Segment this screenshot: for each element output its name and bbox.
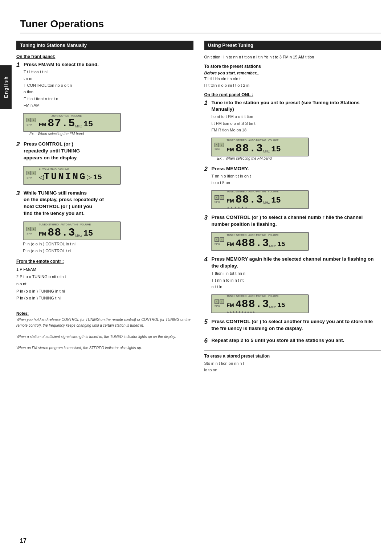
rlabel-volume4: VOLUME [268, 295, 279, 297]
erase-section: To erase a stored preset station Sto in … [204, 350, 381, 373]
display-tuning-text: TUNING [44, 171, 87, 182]
display-panel-step2: A L SPK AUTO MUTING VOLUME [23, 166, 193, 185]
rlabel-volume3: VOLUME [268, 234, 279, 236]
caption-step1: Ex. : When selecting the FM band [29, 132, 193, 136]
rpbox2: L [220, 143, 224, 147]
step3-number: 3 [16, 190, 22, 197]
step1-detail5: E ti o t ttont n tnt t n [24, 96, 193, 102]
step2-title: Press CONTROL (or ) [24, 141, 193, 148]
rdisplay-mhz3: MHz [269, 244, 276, 248]
rstep1-detail2: t t FM tion o o nt S S tin t [212, 121, 381, 127]
display-band-fm3: FM [39, 231, 46, 237]
preset-intro: On t ttion i i n to nn n t ttion n i t n… [204, 54, 381, 60]
pbox2: L [32, 118, 36, 122]
step-2: 2 Press CONTROL (or ) repeatedly until T… [16, 141, 193, 185]
rstep6-title: Repeat step 2 to 5 until you store all t… [212, 337, 381, 344]
notes-title: Notes: [16, 311, 193, 315]
right-column: Using Preset Tuning On t ttion i i n to … [204, 41, 381, 373]
rstep4-number: 4 [204, 256, 210, 263]
rpbox1: A [215, 143, 219, 147]
step3-detail2: P in (o o in ) CONTROL t ni [23, 248, 193, 254]
display-vol1: 15 [83, 120, 93, 129]
step2-title2: repeatedly until TUNING [24, 148, 193, 155]
step3-title2: on the display, press repeatedly of [24, 196, 193, 203]
rdisplay-mhz4: MHz [269, 305, 276, 309]
rstep5-number: 5 [204, 318, 210, 326]
rpbox7: A [215, 299, 219, 304]
rdisplay-vol4: 15 [277, 302, 285, 309]
from-remote-label: From the emote contr : [16, 259, 193, 264]
rstep4-detail1: T ttion i in tot t nn n [212, 270, 381, 277]
rdisplay-band3: FM [227, 241, 234, 247]
freq-arrows4: ▲▲▲▲▲▲▲▲▲▲ [227, 310, 285, 313]
right-step-1: 1 Tune into the station you ant to prese… [204, 99, 381, 160]
rdisplay-mhz1: MHz [263, 150, 270, 153]
remote-step1: 1 P FM/AM [16, 266, 193, 273]
remote-step5: P in (o o in ) TUNING t ni [16, 295, 193, 302]
pbox5: A [26, 227, 31, 231]
note1: When you hold and release CONTROL (or TU… [16, 317, 193, 328]
rlabel-tuned1: TUNED STEREO [227, 139, 247, 142]
erase1: Sto in n t tion on nn n t [204, 360, 381, 367]
page: English Tuner Operations Tuning into Sta… [0, 0, 392, 555]
rlabel-auto1: AUTO MUTING [248, 139, 266, 142]
rpbox4: L [220, 195, 224, 200]
rstep5-title: Press CONTROL (or ) to select another fr… [212, 318, 381, 332]
display-panel-rstep4: A L SPK TUNED STEREO AUTO MUTING VOLUME [211, 294, 381, 313]
rstep1-title: Tune into the station you ant to preset … [212, 99, 381, 113]
step1-detail3: T CONTROL tton no o o t n [24, 82, 193, 89]
pbox4: L [32, 171, 36, 175]
step3-title1: While TUNING still remains [24, 190, 193, 197]
rstep1-number: 1 [204, 99, 210, 107]
page-number: 17 [20, 538, 26, 544]
rlabel-tuned3: TUNED STEREO [227, 234, 247, 236]
display-vol3: 15 [83, 229, 93, 238]
right-section-header: Using Preset Tuning [204, 41, 381, 50]
remember-label: Before you start, remember... [204, 71, 381, 75]
display-mhz1: MHz [75, 125, 82, 128]
display-panel-step1: A L SPK AUTO MUTING VOLUME [23, 113, 193, 136]
right-step-4: 4 Press MEMORY again hile the selected c… [204, 256, 381, 313]
rdisplay-ch4: 4 [236, 299, 242, 310]
remember2: I l t ttlin n o o ini t t o t 2 in [204, 82, 381, 89]
rlabel-tuned4: TUNED STEREO [227, 295, 247, 297]
remote-step3: n o nt [16, 281, 193, 288]
display-band-fm1: FM [39, 122, 46, 127]
rdisplay-band2: FM [227, 198, 234, 204]
step1-detail6: FM n AM [24, 102, 193, 109]
rdisplay-freq1: 88.3 [236, 142, 263, 155]
rstep3-number: 3 [204, 214, 210, 221]
step1-title: Press FM/AM to select the band. [24, 61, 193, 68]
rdisplay-vol3: 15 [277, 241, 285, 248]
step3-title3: hold CONTROL (or ) until you [24, 203, 193, 210]
remote-step2: 2 P t o o TUNING o nti o in t [16, 273, 193, 281]
label-tuned3: TUNED STEREO [39, 223, 59, 226]
tuning-right-arrow: ▷ [87, 173, 92, 181]
rdisplay-freq4: 88.3 [242, 298, 269, 310]
rstep1-detail3: FM R tion Mo on 18 [212, 127, 381, 133]
rpbox8: L [220, 299, 224, 304]
tuning-left-arrow: ◁ [39, 173, 44, 181]
rstep6-number: 6 [204, 337, 210, 344]
step-1: 1 Press FM/AM to select the band. T t i … [16, 61, 193, 136]
display-mhz3: MHz [75, 234, 82, 237]
note2: When a station of sufficient signal stre… [16, 334, 193, 340]
remote-steps: 1 P FM/AM 2 P t o o TUNING o nti o in t … [16, 266, 193, 302]
step1-detail1: T t i ttion t t ni [24, 69, 193, 75]
display-panel-step3: A L SPK TUNED STEREO AUTO MUTING VOLUME [23, 221, 193, 240]
pbox3: A [26, 171, 31, 175]
label-auto2: AUTO MUTING [39, 168, 57, 171]
rstep4-detail2: T t nn n to in n t nt [212, 277, 381, 283]
notes-section: Notes: When you hold and release CONTROL… [16, 308, 193, 351]
rdisplay-band1: FM [227, 147, 234, 152]
page-title: Tuner Operations [20, 18, 381, 33]
erase2: io to on [204, 367, 381, 373]
front-panel-only-label: On the ront panel ONL : [204, 92, 381, 97]
right-step-6: 6 Repeat step 2 to 5 until you store all… [204, 337, 381, 344]
left-column: Tuning into Stations Manually On the fro… [16, 41, 193, 373]
rpbox3: A [215, 195, 219, 200]
right-step-2: 2 Press MEMORY. T nn n o ition t t in on… [204, 166, 381, 209]
remote-step4: P in (o o in ) TUNING in t ni [16, 288, 193, 295]
rstep3-title: Press CONTROL (or ) to select a channel … [212, 214, 381, 228]
store-label: To store the preset stations [204, 64, 381, 69]
